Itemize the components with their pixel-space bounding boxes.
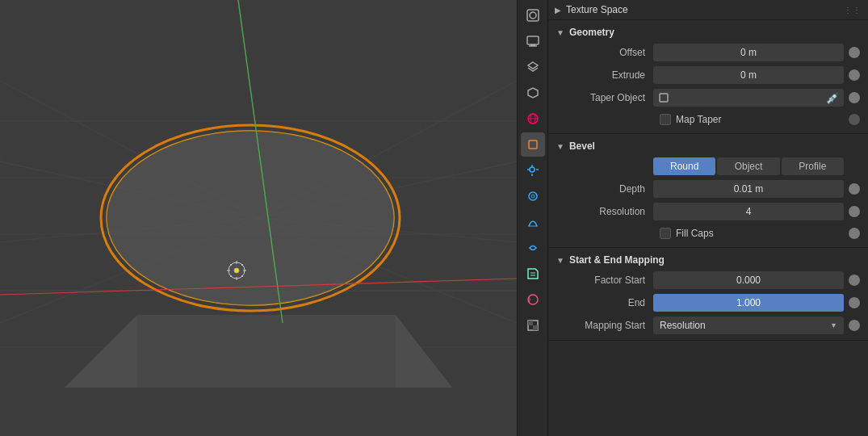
end-label: End [556, 297, 653, 308]
mapping-start-dot[interactable] [849, 320, 860, 331]
viewport[interactable] [0, 0, 517, 436]
depth-label: Depth [556, 183, 653, 195]
bevel-triangle: ▼ [556, 142, 564, 151]
svg-rect-47 [528, 321, 533, 325]
end-row: End 1.000 [555, 291, 862, 314]
resolution-value[interactable]: 4 [653, 203, 844, 220]
fill-caps-checkbox[interactable] [660, 228, 671, 239]
output-icon[interactable] [521, 29, 545, 53]
taper-object-row: Taper Object 💉 [555, 86, 862, 109]
svg-rect-32 [527, 36, 539, 44]
map-taper-checkbox[interactable] [660, 114, 671, 125]
bevel-label: Bevel [569, 140, 595, 152]
taper-object-icon [658, 92, 669, 103]
map-taper-label: Map Taper [676, 114, 721, 125]
svg-point-17 [107, 131, 394, 305]
mapping-start-row: Mapping Start Resolution ▼ [555, 314, 862, 337]
factor-start-row: Factor Start 0.000 [555, 269, 862, 291]
resolution-dot[interactable] [849, 206, 860, 217]
start-end-header[interactable]: ▼ Start & End Mapping [555, 251, 862, 269]
offset-label: Offset [556, 47, 653, 58]
end-dot[interactable] [849, 297, 860, 308]
svg-point-21 [234, 268, 239, 273]
taper-object-label: Taper Object [556, 92, 653, 103]
header-dots: ⋮⋮ [844, 6, 862, 15]
depth-dot[interactable] [849, 183, 860, 195]
factor-start-value[interactable]: 0.000 [653, 271, 844, 289]
object-icon[interactable] [521, 132, 545, 157]
offset-value[interactable]: 0 m [653, 44, 844, 61]
factor-start-label: Factor Start [556, 275, 653, 286]
svg-rect-30 [527, 10, 539, 21]
extrude-value[interactable]: 0 m [653, 66, 844, 84]
mapping-start-label: Mapping Start [556, 320, 653, 331]
end-value[interactable]: 1.000 [653, 294, 844, 312]
depth-value[interactable]: 0.01 m [653, 180, 844, 198]
properties-panel: ▶ Texture Space ⋮⋮ ▼ Geometry Offset 0 m… [547, 0, 868, 436]
particles-icon[interactable] [521, 184, 545, 208]
map-taper-row: Map Taper [555, 109, 862, 130]
depth-row: Depth 0.01 m [555, 178, 862, 200]
map-taper-dot[interactable] [849, 114, 860, 125]
svg-rect-48 [533, 325, 538, 330]
bevel-object-button[interactable]: Object [717, 157, 779, 175]
modifier-icon[interactable] [521, 158, 545, 182]
constraints-icon[interactable] [521, 236, 545, 260]
texture-icon[interactable] [521, 313, 545, 337]
svg-point-31 [530, 12, 536, 19]
view-layer-icon[interactable] [521, 55, 545, 79]
bevel-round-button[interactable]: Round [653, 157, 715, 175]
world-icon[interactable] [521, 107, 545, 131]
start-end-triangle: ▼ [556, 256, 564, 265]
data-icon[interactable] [521, 262, 545, 286]
extrude-label: Extrude [556, 69, 653, 81]
geometry-header[interactable]: ▼ Geometry [555, 23, 862, 41]
svg-point-41 [531, 195, 535, 198]
factor-start-dot[interactable] [849, 275, 860, 286]
start-end-label: Start & End Mapping [569, 254, 665, 266]
texture-space-label: Texture Space [566, 4, 628, 15]
taper-object-value[interactable]: 💉 [653, 89, 844, 107]
texture-space-header[interactable]: ▶ Texture Space ⋮⋮ [548, 0, 868, 20]
start-end-mapping-section: ▼ Start & End Mapping Factor Start 0.000… [548, 248, 868, 341]
resolution-row: Resolution 4 [555, 200, 862, 223]
svg-rect-49 [660, 94, 668, 102]
extrude-row: Extrude 0 m [555, 64, 862, 86]
render-icon[interactable] [521, 3, 545, 27]
resolution-label: Resolution [556, 206, 653, 217]
fill-caps-dot[interactable] [849, 228, 860, 239]
physics-icon[interactable] [521, 210, 545, 234]
scene-icon[interactable] [521, 81, 545, 105]
bevel-profile-button[interactable]: Profile [782, 157, 844, 175]
eyedropper-icon[interactable]: 💉 [826, 92, 839, 104]
mapping-start-dropdown[interactable]: Resolution ▼ [653, 317, 844, 334]
material-icon[interactable] [521, 287, 545, 312]
bevel-section: ▼ Bevel Round Object Profile Depth 0.01 … [548, 134, 868, 248]
svg-rect-38 [529, 140, 537, 149]
sidebar-icons [517, 0, 547, 436]
geometry-triangle: ▼ [556, 28, 564, 37]
mapping-start-value: Resolution [660, 320, 706, 331]
geometry-label: Geometry [569, 27, 614, 38]
bevel-modes-row: Round Object Profile [555, 155, 862, 178]
offset-row: Offset 0 m [555, 41, 862, 64]
offset-dot[interactable] [849, 47, 860, 58]
fill-caps-row: Fill Caps [555, 223, 862, 244]
svg-point-40 [529, 192, 537, 200]
mapping-start-arrow: ▼ [830, 321, 837, 329]
fill-caps-label: Fill Caps [676, 228, 714, 239]
svg-point-45 [528, 295, 538, 304]
geometry-section: ▼ Geometry Offset 0 m Extrude 0 m Taper … [548, 20, 868, 134]
extrude-dot[interactable] [849, 69, 860, 81]
taper-dot[interactable] [849, 92, 860, 103]
svg-point-39 [530, 167, 535, 172]
bevel-header[interactable]: ▼ Bevel [555, 137, 862, 155]
texture-space-triangle: ▶ [555, 6, 561, 15]
bevel-modes: Round Object Profile [653, 157, 844, 175]
